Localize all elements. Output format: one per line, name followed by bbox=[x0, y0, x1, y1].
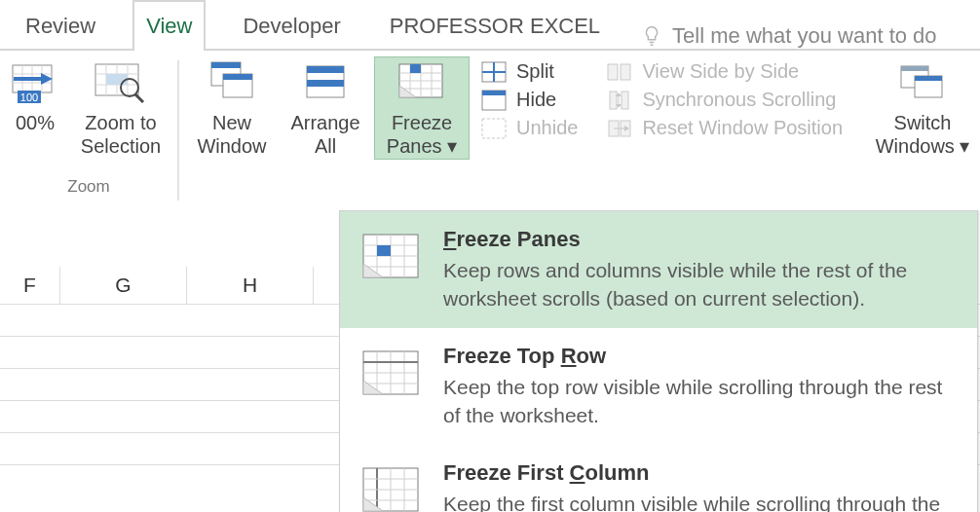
svg-rect-43 bbox=[622, 91, 628, 109]
chevron-down-icon: ▾ bbox=[960, 135, 969, 157]
freeze-first-col-icon bbox=[361, 466, 422, 512]
group-window: NewWindow ArrangeAll FreezePanes bbox=[179, 51, 980, 210]
col-header-f[interactable]: F bbox=[0, 267, 60, 304]
svg-rect-50 bbox=[901, 66, 928, 71]
unhide-icon bbox=[481, 118, 507, 139]
zoom-sel-label: Zoom toSelection bbox=[81, 111, 161, 158]
menu-freeze-top-row[interactable]: Freeze Top Row Keep the top row visible … bbox=[340, 328, 977, 445]
svg-rect-15 bbox=[106, 74, 128, 85]
unhide-label: Unhide bbox=[516, 117, 578, 139]
menu-freeze-panes-title: Freeze Panes bbox=[443, 227, 956, 252]
freeze-panes-button[interactable]: FreezePanes ▾ bbox=[374, 56, 470, 160]
col-header-g[interactable]: G bbox=[60, 267, 187, 304]
menu-freeze-panes-desc: Keep rows and columns visible while the … bbox=[443, 256, 956, 312]
tab-developer[interactable]: Developer bbox=[231, 2, 352, 49]
zoom-to-selection-button[interactable]: Zoom toSelection bbox=[72, 56, 170, 158]
svg-rect-32 bbox=[410, 64, 421, 73]
synchronous-scrolling-button: Synchronous Scrolling bbox=[607, 89, 843, 111]
freeze-panes-label: FreezePanes ▾ bbox=[387, 111, 457, 158]
freeze-top-row-icon bbox=[361, 349, 422, 400]
group-zoom-name: Zoom bbox=[0, 175, 177, 201]
tab-view[interactable]: View bbox=[132, 0, 206, 51]
arrange-all-button[interactable]: ArrangeAll bbox=[283, 56, 368, 158]
hide-icon bbox=[481, 90, 507, 111]
col-header-h[interactable]: H bbox=[187, 267, 314, 304]
lightbulb-icon bbox=[641, 25, 662, 47]
new-window-button[interactable]: NewWindow bbox=[187, 56, 277, 158]
arrange-all-icon bbox=[301, 58, 350, 105]
svg-rect-19 bbox=[211, 62, 241, 68]
tab-review[interactable]: Review bbox=[14, 2, 107, 49]
svg-line-17 bbox=[135, 94, 143, 102]
zoom-100-icon: 100 bbox=[12, 58, 58, 105]
sync-scroll-icon bbox=[607, 90, 632, 111]
reset-pos-icon bbox=[607, 118, 632, 139]
zoom-selection-icon bbox=[94, 58, 148, 105]
zoom-100-button[interactable]: 100 00% bbox=[8, 56, 62, 134]
menu-freeze-top-row-desc: Keep the top row visible while scrolling… bbox=[443, 373, 956, 429]
ribbon: 100 00% Zoom toSelection Zoom bbox=[0, 51, 980, 210]
reset-pos-label: Reset Window Position bbox=[642, 117, 843, 139]
view-side-by-side-button: View Side by Side bbox=[607, 60, 843, 83]
freeze-panes-dropdown: Freeze Panes Keep rows and columns visib… bbox=[339, 210, 978, 512]
svg-rect-39 bbox=[482, 119, 506, 138]
hide-button[interactable]: Hide bbox=[481, 89, 578, 111]
split-button[interactable]: Split bbox=[481, 60, 578, 83]
new-window-icon bbox=[207, 58, 256, 105]
menu-freeze-panes[interactable]: Freeze Panes Keep rows and columns visib… bbox=[340, 211, 977, 328]
menu-freeze-top-row-title: Freeze Top Row bbox=[443, 344, 956, 369]
svg-rect-42 bbox=[610, 91, 617, 109]
group-zoom: 100 00% Zoom toSelection Zoom bbox=[0, 51, 177, 210]
freeze-panes-menu-icon bbox=[361, 233, 422, 283]
svg-rect-38 bbox=[482, 91, 506, 95]
chevron-down-icon: ▾ bbox=[447, 135, 457, 157]
arrange-all-label: ArrangeAll bbox=[290, 111, 359, 158]
split-label: Split bbox=[516, 60, 554, 83]
svg-text:100: 100 bbox=[20, 91, 38, 103]
split-icon bbox=[481, 61, 507, 83]
svg-rect-21 bbox=[223, 74, 252, 80]
svg-rect-24 bbox=[307, 80, 344, 87]
menu-freeze-first-col-desc: Keep the first column visible while scro… bbox=[443, 490, 956, 512]
menu-freeze-first-col-title: Freeze First Column bbox=[443, 460, 956, 486]
switch-windows-icon bbox=[895, 58, 950, 105]
freeze-panes-icon bbox=[395, 58, 449, 105]
tab-professor-excel[interactable]: PROFESSOR EXCEL bbox=[378, 2, 612, 49]
switch-windows-label: SwitchWindows ▾ bbox=[876, 111, 970, 158]
new-window-label: NewWindow bbox=[197, 111, 266, 158]
menu-freeze-first-column[interactable]: Freeze First Column Keep the first colum… bbox=[340, 445, 977, 512]
svg-rect-23 bbox=[307, 66, 344, 73]
switch-windows-button[interactable]: SwitchWindows ▾ bbox=[872, 56, 973, 158]
tell-me-placeholder: Tell me what you want to do bbox=[672, 23, 936, 49]
sync-scroll-label: Synchronous Scrolling bbox=[642, 89, 836, 111]
tell-me-search[interactable]: Tell me what you want to do bbox=[641, 23, 936, 49]
svg-rect-40 bbox=[608, 64, 618, 80]
unhide-button: Unhide bbox=[481, 117, 578, 139]
ribbon-tabs: Review View Developer PROFESSOR EXCEL Te… bbox=[0, 0, 980, 51]
svg-rect-41 bbox=[621, 64, 630, 80]
reset-window-position-button: Reset Window Position bbox=[607, 117, 843, 139]
hide-label: Hide bbox=[516, 89, 556, 111]
side-by-side-icon bbox=[607, 61, 632, 83]
svg-rect-52 bbox=[915, 76, 942, 81]
side-by-side-label: View Side by Side bbox=[642, 60, 799, 83]
svg-rect-60 bbox=[377, 245, 391, 256]
zoom-100-label: 00% bbox=[16, 111, 55, 134]
